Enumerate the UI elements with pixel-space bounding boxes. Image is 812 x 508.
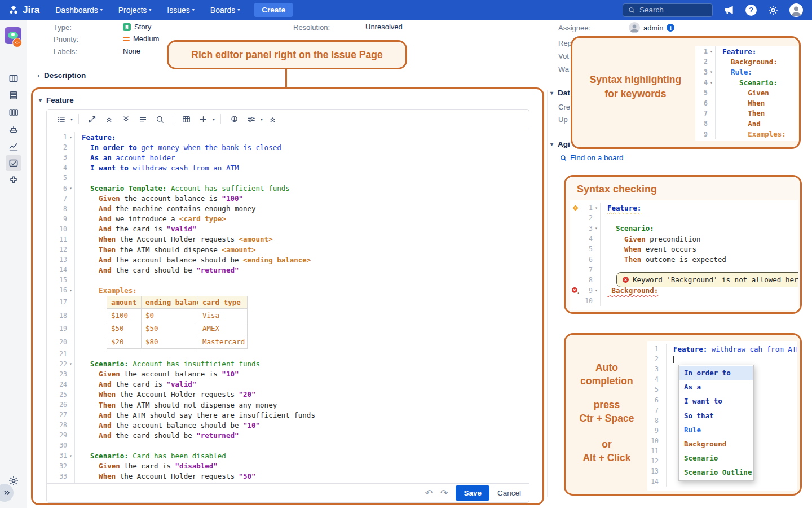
feature-section-header[interactable]: ▾ Feature [39, 96, 74, 104]
nav-right: Search ? [623, 3, 803, 17]
chevron-down-icon[interactable]: ▾ [261, 117, 263, 122]
chevron-down-icon: ▾ [550, 141, 553, 147]
code-line: 2 [570, 213, 798, 223]
plus-icon[interactable] [196, 112, 210, 126]
nav-menu-projects[interactable]: Projects▾ [118, 6, 152, 15]
fold-arrow-icon[interactable]: ▾ [67, 186, 74, 191]
undo-icon[interactable]: ↶ [425, 488, 433, 498]
code-line: 1Feature: withdraw cah from ATM [647, 344, 797, 354]
sidebar-item-board[interactable] [6, 71, 21, 86]
examples-table-cell: $0 [141, 308, 198, 322]
cloud-down-icon[interactable] [227, 112, 241, 126]
user-avatar-icon[interactable] [789, 3, 803, 17]
search-icon [628, 6, 636, 14]
priority-value: Medium [123, 34, 159, 43]
fold-arrow-icon[interactable]: ▾ [708, 49, 715, 54]
find-on-board-link[interactable]: Find on a board [559, 154, 624, 162]
callout-rich-editor: Rich editor panel right on the Issue Pag… [167, 40, 407, 69]
redo-icon[interactable]: ↷ [440, 488, 448, 498]
sidebar-item-columns[interactable] [6, 104, 21, 120]
fold-arrow-icon[interactable]: ▾ [67, 361, 74, 366]
code-line: 23 Given the account balance is "10" [47, 369, 529, 379]
chevrons-up-icon[interactable] [102, 112, 116, 126]
chevron-down-icon: ▾ [237, 7, 240, 12]
autocomplete-option[interactable]: In order to [679, 366, 753, 380]
watchers-label: Wa [558, 65, 569, 73]
reporter-label: Rep [558, 39, 572, 47]
create-button[interactable]: Create [254, 3, 293, 17]
panel-title: Syntax checking [577, 183, 657, 195]
save-button[interactable]: Save [456, 485, 489, 501]
fold-arrow-icon[interactable]: ▾ [67, 135, 74, 140]
description-section-header[interactable]: › Description [37, 71, 86, 80]
fold-arrow-icon[interactable]: ▾ [593, 205, 600, 211]
autocomplete-option[interactable]: Background [679, 437, 753, 451]
project-badge: <> [12, 38, 22, 47]
priority-label: Priority: [54, 35, 78, 43]
code-line: 32 Given the card is "disabled" [47, 461, 529, 471]
dates-section-header[interactable]: ▾ Dat [550, 89, 570, 97]
fold-arrow-icon[interactable]: ▾ [593, 226, 600, 231]
help-icon[interactable]: ? [745, 5, 757, 16]
editor-code-area[interactable]: 1▾Feature:2 In order to get money when t… [47, 129, 529, 483]
fold-arrow-icon[interactable]: ▾ [708, 80, 715, 85]
chevron-down-icon[interactable]: ▾ [213, 117, 215, 122]
chevrons-down-icon[interactable] [119, 112, 133, 126]
autocomplete-dropdown: In order toAs aI want toSo thatRuleBackg… [678, 365, 754, 481]
cancel-button[interactable]: Cancel [497, 489, 521, 497]
fold-arrow-icon[interactable]: ▾ [67, 453, 74, 458]
code-line: 3▾ Scenario: [570, 224, 798, 234]
sidebar-item-backlog[interactable] [6, 87, 21, 103]
check-code-sample: !1▾Feature:23▾ Scenario:4 Given precondi… [570, 200, 798, 310]
fold-arrow-icon[interactable]: ▾ [708, 69, 715, 75]
info-icon[interactable]: i [667, 24, 674, 32]
search-icon[interactable] [153, 112, 166, 126]
sidebar-item-addons[interactable] [6, 172, 21, 188]
nav-menu-issues[interactable]: Issues▾ [167, 6, 194, 15]
toolbar-divider [173, 114, 173, 124]
code-line: 21 [47, 349, 529, 359]
fold-arrow-icon[interactable]: ▾ [593, 288, 600, 293]
code-line: 10 And the card is "valid" [47, 224, 529, 234]
chevron-down-icon: ▾ [100, 7, 103, 12]
agile-section-header[interactable]: ▾ Agi [550, 140, 570, 148]
nav-menus: Dashboards▾Projects▾Issues▾Boards▾ [39, 6, 240, 15]
autocomplete-option[interactable]: Scenario Outline [679, 465, 753, 479]
autocomplete-option[interactable]: As a [679, 380, 753, 394]
code-line: 13 And the account balance should be <en… [47, 255, 529, 265]
expand-icon[interactable] [85, 112, 99, 126]
autocomplete-option[interactable]: Rule [679, 423, 753, 437]
releases-icon [8, 124, 19, 135]
code-line: !1▾Feature: [570, 203, 798, 213]
autocomplete-code-sample: 1Feature: withdraw cah from ATM234567891… [647, 341, 797, 491]
chevron-down-icon: ▾ [192, 7, 195, 12]
search-input[interactable]: Search [623, 3, 713, 17]
bullet-list-icon[interactable] [54, 112, 68, 126]
sidebar-item-reports[interactable] [6, 138, 21, 154]
sidebar-item-releases[interactable] [6, 121, 21, 137]
autocomplete-option[interactable]: So that [679, 409, 753, 423]
table-icon[interactable] [179, 112, 193, 126]
autocomplete-option[interactable]: I want to [679, 394, 753, 408]
callout-text: Rich editor panel right on the Issue Pag… [191, 49, 382, 61]
gear-icon[interactable] [767, 4, 779, 16]
code-line: 4 Given precondition [570, 234, 798, 244]
autocomplete-option[interactable]: Scenario [679, 451, 753, 465]
code-line: 16▾ Examples: [47, 285, 529, 295]
sliders-icon[interactable] [244, 112, 258, 126]
jira-logo-icon [8, 5, 19, 16]
fold-arrow-icon[interactable]: ▾ [67, 288, 74, 293]
nav-menu-dashboards[interactable]: Dashboards▾ [55, 6, 103, 15]
nav-menu-boards[interactable]: Boards▾ [210, 6, 240, 15]
chevron-down-icon[interactable]: ▾ [70, 117, 73, 122]
jira-logo[interactable]: Jira [8, 5, 39, 16]
code-line: 2 Background: [695, 56, 798, 67]
assignee-label: Assignee: [558, 24, 590, 32]
votes-label: Vot [558, 52, 569, 60]
lines-icon[interactable] [136, 112, 149, 126]
examples-table-cell: Visa [198, 308, 248, 322]
sidebar-item-editor[interactable] [6, 155, 21, 171]
collapse-all-icon[interactable] [266, 112, 279, 126]
code-line: 20$20$80Mastercard [47, 335, 529, 349]
megaphone-icon[interactable] [723, 4, 735, 16]
